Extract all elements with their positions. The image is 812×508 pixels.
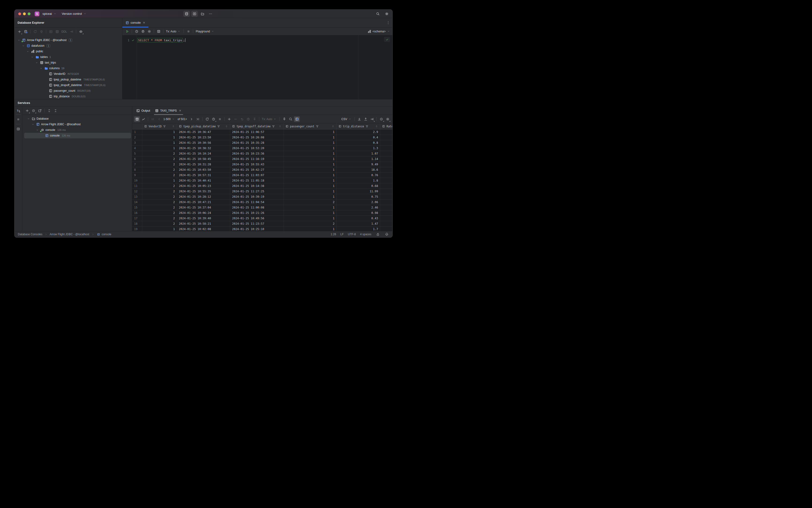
search-everywhere-button[interactable] [374,11,381,17]
close-window-button[interactable] [18,12,21,15]
cell[interactable]: 2 [284,200,336,205]
cell[interactable]: 1 [142,178,177,183]
cell[interactable]: 2024-01-25 10:31:28 [177,162,230,167]
cell[interactable]: 2 [284,221,336,226]
cell[interactable]: 2 [142,200,177,205]
filter-icon[interactable] [271,124,275,128]
dbx-item-arrow-flight-jdbc-localhost[interactable]: Arrow Flight JDBC - @localhost1 [14,37,122,43]
column-header-tpep_pickup_datetime[interactable]: tpep_pickup_datetime [177,123,230,129]
status-item-4-spaces[interactable]: 4 spaces [360,232,371,236]
cell[interactable]: 1 [142,135,177,140]
cell[interactable]: 2024-01-25 10:23:36 [230,151,284,156]
cell[interactable]: 0.98 [336,210,380,216]
cell[interactable]: 1 [284,205,336,210]
zoom-window-button[interactable] [28,12,31,15]
show-options-button[interactable] [31,108,36,114]
cell[interactable]: 2024-01-25 10:30:56 [177,140,230,145]
sort-icon[interactable] [171,124,175,128]
dbx-item-tpep-pickup-datetime[interactable]: tpep_pickup_datetimeTIMESTAMP(26,6) [14,77,122,82]
chevron-down-icon[interactable] [21,45,25,47]
view-options-button[interactable] [78,29,84,35]
tab-console[interactable]: console [122,18,148,27]
close-icon[interactable] [178,109,182,113]
open-ddl-button[interactable]: DDL [60,30,68,33]
cell[interactable]: 1.47 [336,221,380,226]
cell[interactable] [380,178,393,183]
page-size-button[interactable]: 1-500 [163,117,176,121]
cell[interactable]: 1.14 [336,157,380,162]
cell[interactable]: 2024-01-25 10:28:12 [177,194,230,199]
cell[interactable]: 9.49 [336,162,380,167]
cell[interactable]: 2024-01-25 10:49:56 [230,216,284,221]
minimize-window-button[interactable] [23,12,26,15]
cell[interactable]: 2024-01-25 10:39:19 [230,194,284,199]
inspections-widget[interactable] [384,37,390,42]
dbx-item-passenger-count[interactable]: passenger_countBIGINT(19) [14,88,122,94]
services-item-console[interactable]: console126 ms [24,133,131,138]
cell[interactable] [380,216,393,221]
cell[interactable]: 2024-01-25 10:02:08 [177,226,230,231]
cell[interactable] [380,162,393,167]
cell[interactable]: 0.68 [336,183,380,188]
cell[interactable]: 2 [142,167,177,172]
dbx-item-datafusion[interactable]: datafusion1 [14,43,122,48]
more-vertical-icon[interactable] [386,20,390,25]
cell[interactable]: 2024-01-25 10:39:40 [177,216,230,221]
notifications-button[interactable] [385,231,389,237]
cell[interactable] [380,189,393,194]
services-item-database[interactable]: Database [24,116,132,122]
cell[interactable]: 2024-01-25 10:14:38 [230,183,284,188]
cell[interactable]: 1 [284,145,336,151]
chevron-down-icon[interactable] [35,61,38,64]
cell[interactable]: 2 [142,183,177,188]
auto-refresh-button[interactable] [211,116,216,122]
refresh-button[interactable] [32,29,38,35]
cell[interactable]: 0.43 [336,216,380,221]
find-in-grid-button[interactable] [287,116,294,122]
cell[interactable]: 2 [142,173,177,178]
filter-icon[interactable] [163,124,167,128]
pin-tab-button[interactable] [281,116,287,122]
cell[interactable]: 2024-01-25 10:38:32 [177,145,230,151]
cell[interactable] [380,151,393,156]
schema-selector[interactable]: <schema> [368,29,391,33]
stop-query-button[interactable] [217,116,223,122]
cell[interactable]: 0.76 [336,173,380,178]
filter-icon[interactable] [217,124,221,128]
cell[interactable]: 1.7 [336,226,380,231]
cell[interactable]: 2 [142,221,177,226]
cell[interactable] [380,183,393,188]
cell[interactable]: 1 [284,157,336,162]
stop-process-button[interactable] [15,117,21,122]
chevron-down-icon[interactable] [31,123,35,126]
export-data-button[interactable] [69,29,74,35]
open-data-button[interactable] [54,29,60,35]
services-item-arrow-flight-jdbc-localhost[interactable]: Arrow Flight JDBC - @localhost [24,122,132,127]
console-settings-button[interactable] [146,29,152,34]
cell[interactable] [380,200,393,205]
chevron-down-icon[interactable] [17,39,20,42]
cell[interactable]: 2024-01-25 10:47:21 [177,200,230,205]
next-page-button[interactable] [188,116,194,122]
data-view-button[interactable] [134,116,140,122]
dbx-item-tables[interactable]: tables1 [14,54,122,60]
delete-row-button[interactable] [232,116,238,122]
chart-view-button[interactable] [140,116,146,122]
chevron-down-icon[interactable] [26,50,30,53]
expand-all-button[interactable] [46,108,52,114]
cell[interactable]: 2.9 [336,129,380,135]
sql-statement[interactable]: SELECT * FROM taxi_trips; [136,38,185,42]
tx-mode-button[interactable]: Tx: Auto [165,29,182,33]
run-tool-button[interactable] [191,11,198,17]
sort-icon[interactable] [278,124,282,128]
cell[interactable]: 18.6 [336,167,380,172]
cell[interactable]: 1 [284,178,336,183]
cell[interactable]: 1 [142,226,177,231]
cell[interactable] [380,135,393,140]
cell[interactable]: 2024-01-25 11:27:25 [230,189,284,194]
cell[interactable]: 11.99 [336,189,380,194]
cell[interactable]: 2024-01-25 10:23:50 [177,135,230,140]
disconnect-button[interactable] [38,29,44,35]
cell[interactable]: 2.46 [336,205,380,210]
revert-changes-button[interactable] [239,116,245,122]
